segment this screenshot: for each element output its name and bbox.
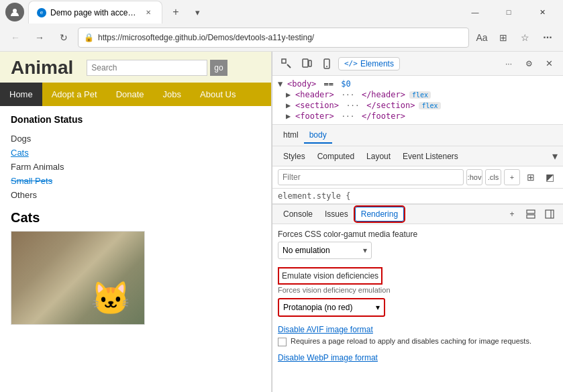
content-area: Animal go Home Adopt a Pet Donate Jobs A… [0,52,563,392]
svg-rect-3 [309,60,311,66]
search-input[interactable] [87,60,207,76]
webp-label[interactable]: Disable WebP image format [278,353,558,362]
tab-favicon: e [37,8,46,17]
back-button[interactable]: ← [5,28,25,48]
style-subtabs: Styles Computed Layout Event Listeners ▾ [272,146,563,166]
new-tab-button[interactable]: + [166,3,185,21]
read-aloud-icon[interactable]: Aa [473,29,491,46]
list-item-dogs[interactable]: Dogs [11,132,260,146]
list-item-others[interactable]: Others [11,188,260,202]
minimize-button[interactable]: — [460,2,491,22]
flex-badge-header: flex [409,91,431,99]
devtools-right-controls: ··· ⚙ ✕ [500,55,558,72]
bottom-tab-console[interactable]: Console [278,207,318,221]
dom-line-section[interactable]: ▶ <section> ··· </section> flex [272,100,563,111]
emulate-vision-box: Emulate vision deficiencies [278,267,382,285]
add-tab-icon[interactable]: + [504,206,520,222]
site-content: Donation Status Dogs Cats Farm Animals S… [0,106,271,333]
color-scheme-button[interactable]: ◩ [542,169,558,185]
nav-item-adopt[interactable]: Adopt a Pet [42,83,107,106]
devtools-close-button[interactable]: ✕ [540,55,558,72]
list-item-cats[interactable]: Cats [11,146,260,160]
hov-filter-button[interactable]: :hov [466,169,482,185]
cat-image [11,231,145,325]
nav-item-about[interactable]: About Us [191,83,245,106]
title-bar: e Demo page with accessibility iss... ✕ … [0,0,563,24]
expand-arrow-header[interactable]: ▶ [286,90,293,99]
donation-status-heading: Donation Status [11,114,260,125]
bookmark-icon[interactable]: ☆ [516,29,533,46]
bottom-tab-issues[interactable]: Issues [319,207,354,221]
bottom-tab-icons: + [504,206,558,222]
tab-html[interactable]: html [278,128,304,144]
subtab-computed[interactable]: Computed [312,150,360,163]
mobile-icon[interactable] [318,55,336,72]
expand-arrow-footer[interactable]: ▶ [286,111,293,121]
expand-arrow-section[interactable]: ▶ [286,101,293,110]
cls-filter-button[interactable]: .cls [485,169,501,185]
toggle-sidebar-button[interactable]: ⊞ [523,169,539,185]
tab-close-button[interactable]: ✕ [143,7,154,18]
vision-select-arrow-icon: ▾ [376,303,380,312]
settings-icon[interactable]: ⚙ [520,55,538,72]
dom-line-header[interactable]: ▶ <header> ··· </header> flex [272,89,563,100]
reload-button[interactable]: ↻ [54,28,74,48]
css-color-select[interactable]: No emulation ▾ [278,242,372,259]
dom-line-body[interactable]: ▼ <body> == $0 [272,79,563,89]
search-button[interactable]: go [210,60,227,76]
add-style-button[interactable]: + [504,169,520,185]
bottom-tab-rendering[interactable]: Rendering [355,207,404,222]
address-bar: ← → ↻ 🔒 https://microsoftedge.github.io/… [0,24,563,51]
vision-select-row: Protanopia (no red) ▾ [278,298,558,317]
profile-icon[interactable] [5,3,24,21]
svg-rect-6 [527,210,535,213]
filter-input[interactable] [278,169,464,185]
element-style-display: element.style { [272,189,563,204]
emulate-vision-label: Emulate vision deficiencies [282,271,378,281]
url-display[interactable]: https://microsoftedge.github.io/Demos/de… [98,33,314,42]
nav-item-home[interactable]: Home [0,83,42,106]
subtab-event-listeners[interactable]: Event Listeners [397,150,464,163]
subtab-styles[interactable]: Styles [278,150,311,163]
elements-tab[interactable]: </> Elements [338,57,400,70]
more-tools-icon[interactable]: ··· [500,55,517,72]
svg-rect-7 [527,215,535,218]
tab-body[interactable]: body [304,128,332,144]
css-color-label: Forces CSS color-gamut media feature [278,230,558,239]
tab-dropdown-button[interactable]: ▾ [189,4,205,20]
emulate-vision-sublabel: Forces vision deficiency emulation [278,286,558,294]
device-mode-icon[interactable] [298,55,315,72]
dock-right-icon[interactable] [542,206,558,222]
webp-section: Disable WebP image format [278,353,558,362]
devtools-panel: </> Elements ··· ⚙ ✕ ▼ <body> == $0 ▶ <h… [272,52,563,392]
browser-menu-button[interactable]: ··· [538,28,558,48]
forward-button[interactable]: → [30,28,50,48]
list-item-farm[interactable]: Farm Animals [11,160,260,174]
tab-title: Demo page with accessibility iss... [50,8,139,17]
nav-item-jobs[interactable]: Jobs [154,83,191,106]
avif-label[interactable]: Disable AVIF image format [278,325,558,334]
more-subtabs-icon[interactable]: ▾ [552,150,558,162]
site-nav: Home Adopt a Pet Donate Jobs About Us [0,83,271,106]
cats-section-heading: Cats [11,210,260,226]
subtab-layout[interactable]: Layout [361,150,396,163]
window-controls: — □ ✕ [460,2,558,22]
list-item-small-pets[interactable]: Small Pets [11,174,260,188]
split-bottom-icon[interactable] [523,206,539,222]
favorites-icon[interactable]: ⊞ [495,29,512,46]
expand-arrow[interactable]: ▼ [278,79,285,89]
inspect-element-icon[interactable] [278,55,295,72]
nav-item-donate[interactable]: Donate [107,83,154,106]
flex-badge-section: flex [419,102,440,109]
select-arrow-icon: ▾ [363,246,367,255]
avif-checkbox[interactable] [278,338,287,346]
maximize-button[interactable]: □ [493,2,524,22]
dom-line-footer[interactable]: ▶ <footer> ··· </footer> [272,111,563,121]
lock-icon: 🔒 [84,33,94,42]
svg-rect-1 [282,59,286,63]
vision-deficiency-select[interactable]: Protanopia (no red) ▾ [278,298,385,317]
close-button[interactable]: ✕ [527,2,558,22]
active-tab[interactable]: e Demo page with accessibility iss... ✕ [28,1,162,23]
avif-checkbox-row: Requires a page reload to apply and disa… [278,337,558,346]
bottom-tabs: Console Issues Rendering + [272,204,563,224]
